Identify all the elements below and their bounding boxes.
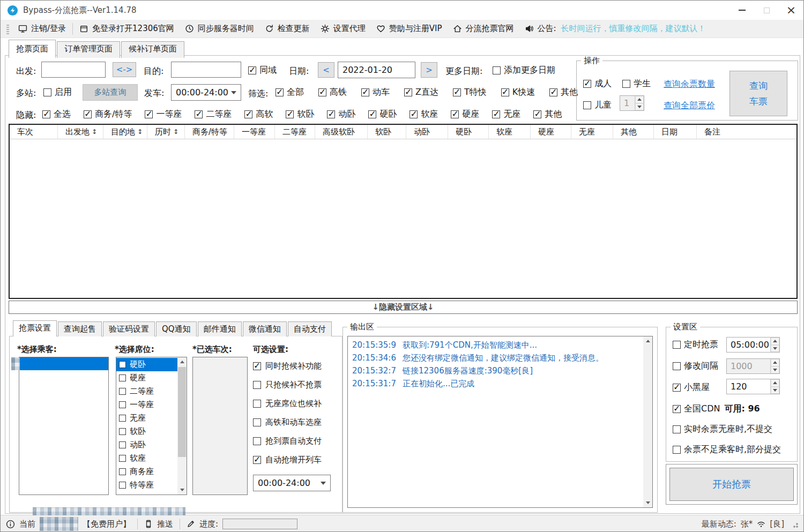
seat-item-soft-seat[interactable]: 软座: [116, 452, 177, 465]
student-checkbox[interactable]: 学生: [622, 78, 651, 89]
seat-item-soft-sleeper[interactable]: 软卧: [116, 425, 177, 438]
scroll-up-button[interactable]: [643, 336, 652, 346]
tab-grab-settings[interactable]: 抢票设置: [13, 320, 57, 336]
seat-item-premier-class[interactable]: 特等座: [116, 478, 177, 492]
passenger-listbox[interactable]: [19, 357, 109, 495]
column-header-destination[interactable]: 目的地↕: [103, 125, 147, 139]
hide-checkbox-business[interactable]: 商务/特等: [84, 109, 132, 120]
hide-checkbox-no-seat[interactable]: 无座: [492, 109, 520, 120]
adult-checkbox[interactable]: 成人: [583, 78, 612, 89]
spin-up-button[interactable]: [635, 96, 644, 103]
option-waitlist-only[interactable]: 只抢候补不抢票: [253, 380, 322, 390]
close-button[interactable]: ×: [779, 1, 803, 20]
option-auto-grab-extra-trains[interactable]: 自动抢增开列车: [253, 455, 322, 465]
timed-grab-time-spinner[interactable]: 05:00:00: [726, 337, 780, 353]
filter-checkbox-high-speed[interactable]: 高铁: [318, 87, 347, 98]
no-seat-no-submit-checkbox[interactable]: 实时余票无座时,不提交: [673, 424, 772, 435]
checkbox-box[interactable]: [119, 455, 126, 462]
seat-item-first-class[interactable]: 一等座: [116, 398, 177, 411]
passenger-item-censored[interactable]: [19, 357, 108, 370]
column-header-business[interactable]: 商务/特等: [185, 125, 234, 139]
blackroom-checkbox[interactable]: 小黑屋: [673, 382, 710, 393]
column-header-other[interactable]: 其他: [613, 125, 654, 139]
seat-item-ev-sleeper[interactable]: 动卧: [116, 438, 177, 452]
hide-checkbox-first-class[interactable]: 一等座: [145, 109, 182, 120]
checkbox-box[interactable]: [119, 468, 126, 475]
seat-item-no-seat[interactable]: 无座: [116, 411, 177, 425]
option-hsr-seat-selection[interactable]: 高铁和动车选座: [253, 417, 322, 428]
scroll-down-button[interactable]: [643, 498, 652, 507]
date-prev-button[interactable]: <: [318, 62, 334, 78]
query-tickets-button[interactable]: 查询 车票: [729, 71, 787, 116]
filter-checkbox-all[interactable]: 全部: [276, 87, 304, 98]
push-button[interactable]: 推送: [157, 519, 173, 529]
grab-time-range-select[interactable]: 00:00-24:00: [253, 475, 331, 491]
child-checkbox[interactable]: 儿童: [583, 100, 612, 111]
column-header-first-class[interactable]: 一等座: [234, 125, 275, 139]
minimize-button[interactable]: [729, 1, 754, 20]
filter-checkbox-k-fast[interactable]: K快速: [501, 87, 535, 98]
checkbox-box[interactable]: [119, 428, 126, 435]
column-header-origin[interactable]: 出发地↕: [58, 125, 103, 139]
tab-waitlist-orders[interactable]: 候补订单页面: [121, 41, 184, 58]
checkbox-box[interactable]: [119, 388, 126, 395]
spin-down-button[interactable]: [771, 366, 779, 374]
checkbox-box[interactable]: [119, 441, 126, 448]
hide-checkbox-second-class[interactable]: 二等座: [195, 109, 232, 120]
hide-checkbox-soft-seat[interactable]: 软座: [410, 109, 438, 120]
spin-down-button[interactable]: [771, 387, 779, 394]
blackroom-spinner[interactable]: 120: [726, 379, 780, 394]
hide-checkbox-hard-seat[interactable]: 硬座: [451, 109, 479, 120]
same-city-checkbox[interactable]: 同域: [248, 65, 277, 76]
hide-checkbox-select-all[interactable]: 全选: [42, 109, 71, 120]
spin-up-button[interactable]: [771, 338, 779, 345]
seat-item-business-class[interactable]: 商务座: [116, 465, 177, 478]
seat-scrollbar[interactable]: [177, 357, 187, 494]
spin-up-button[interactable]: [771, 379, 779, 387]
maximize-button[interactable]: [754, 1, 779, 20]
multi-station-enable-checkbox[interactable]: 启用: [43, 87, 72, 98]
modify-interval-spinner[interactable]: 1000: [726, 358, 780, 374]
hide-checkbox-other[interactable]: 其他: [533, 109, 562, 120]
hidden-settings-divider[interactable]: ↓隐藏设置区域↓: [9, 301, 798, 314]
tab-wechat-notify[interactable]: 微信通知: [243, 321, 287, 336]
official-website-button[interactable]: 分流抢票官网: [448, 20, 519, 38]
vip-sponsor-button[interactable]: 赞助与注册VIP: [371, 20, 448, 38]
open-12306-button[interactable]: 免登录打开12306官网: [74, 20, 180, 38]
seat-item-hard-sleeper[interactable]: 硬卧: [116, 358, 177, 371]
national-cdn-checkbox[interactable]: 全国CDN: [673, 403, 720, 415]
partial-submit-checkbox[interactable]: 余票不足乘客时,部分提交: [673, 444, 781, 455]
tab-email-notify[interactable]: 邮件通知: [198, 321, 242, 336]
seat-item-hard-seat[interactable]: 硬座: [116, 371, 177, 385]
query-remaining-tickets-link[interactable]: 查询余票数量: [664, 79, 715, 90]
checkbox-box[interactable]: [119, 361, 126, 368]
filter-checkbox-z-direct[interactable]: Z直达: [404, 87, 438, 98]
seat-item-second-class[interactable]: 二等座: [116, 385, 177, 398]
spin-down-button[interactable]: [771, 345, 779, 353]
filter-checkbox-t-express[interactable]: T特快: [453, 87, 487, 98]
column-header-hard-seat[interactable]: 硬座: [531, 125, 571, 139]
sync-server-time-button[interactable]: 同步服务器时间: [180, 20, 259, 38]
selected-trains-listbox[interactable]: [192, 357, 248, 495]
output-scrollbar[interactable]: [643, 336, 652, 507]
tab-auto-pay[interactable]: 自动支付: [288, 321, 332, 336]
tab-order-management[interactable]: 订单管理页面: [57, 41, 120, 58]
column-header-ev-sleeper[interactable]: 动卧: [406, 125, 448, 139]
column-header-duration[interactable]: 历时↕: [147, 125, 185, 139]
logout-login-button[interactable]: 注销/登录: [13, 20, 71, 38]
dest-input[interactable]: [171, 62, 241, 78]
scrollbar-thumb[interactable]: [178, 367, 186, 457]
column-header-soft-sleeper[interactable]: 软卧: [368, 125, 406, 139]
proxy-settings-button[interactable]: 设置代理: [315, 20, 371, 38]
query-all-prices-link[interactable]: 查询全部票价: [664, 100, 715, 111]
output-log-box[interactable]: 20:15:35:9获取到:791个CDN,开始智能测速中... 20:15:3…: [347, 336, 653, 508]
start-grab-button[interactable]: 开始抢票: [669, 468, 794, 501]
filter-checkbox-d-train[interactable]: 动车: [361, 87, 390, 98]
filter-checkbox-other[interactable]: 其他: [549, 87, 578, 98]
scroll-down-button[interactable]: [177, 485, 187, 494]
checkbox-box[interactable]: [119, 415, 126, 422]
hide-checkbox-deluxe-soft[interactable]: 高软: [244, 109, 273, 120]
column-header-second-class[interactable]: 二等座: [275, 125, 315, 139]
modify-interval-checkbox[interactable]: 修改间隔: [673, 361, 718, 372]
scroll-up-button[interactable]: [177, 357, 187, 366]
